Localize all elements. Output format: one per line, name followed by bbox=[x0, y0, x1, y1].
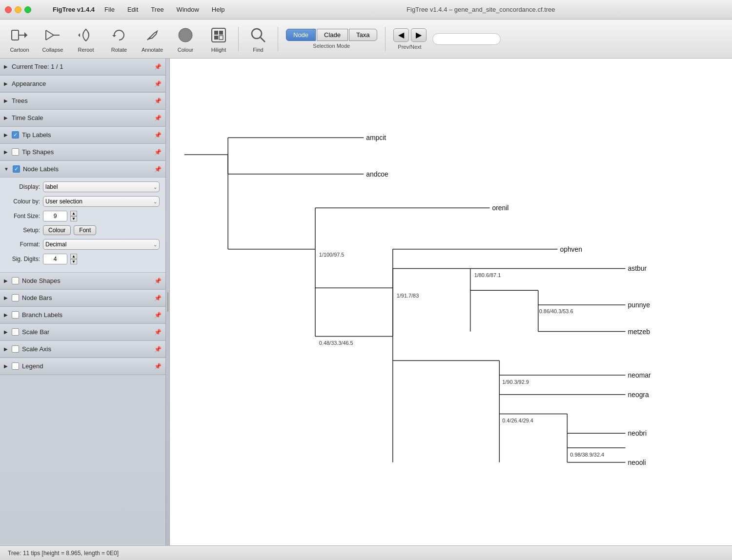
search-input[interactable] bbox=[432, 33, 501, 45]
find-button[interactable]: Find bbox=[243, 22, 274, 56]
collapse-button[interactable]: Collapse bbox=[37, 22, 68, 56]
font-size-row: Font Size: ▲ ▼ bbox=[6, 211, 160, 221]
close-button[interactable] bbox=[5, 6, 12, 13]
sidebar-item-node-shapes[interactable]: ▶ Node Shapes 📌 bbox=[0, 273, 165, 289]
svg-line-5 bbox=[46, 35, 54, 40]
colour-by-label: Colour by: bbox=[6, 198, 40, 205]
node-label-8: 0.98/38.9/32.4 bbox=[570, 452, 604, 458]
chevron-down-icon: ⌄ bbox=[153, 184, 157, 190]
arrow-icon: ▶ bbox=[4, 363, 8, 369]
node-bars-checkbox[interactable] bbox=[12, 294, 19, 301]
sidebar-item-trees[interactable]: ▶ Trees 📌 bbox=[0, 93, 165, 109]
display-row: Display: label ⌄ bbox=[6, 181, 160, 192]
svg-rect-12 bbox=[214, 31, 218, 35]
svg-rect-0 bbox=[12, 30, 19, 40]
sidebar-item-node-bars[interactable]: ▶ Node Bars 📌 bbox=[0, 290, 165, 306]
toolbar-separator-2 bbox=[278, 27, 278, 51]
sig-digits-label: Sig. Digits: bbox=[6, 256, 40, 262]
sidebar-section-branch-labels: ▶ Branch Labels 📌 bbox=[0, 307, 165, 324]
branch-labels-checkbox[interactable] bbox=[12, 311, 19, 319]
colour-by-select[interactable]: User selection ⌄ bbox=[43, 196, 160, 207]
maximize-button[interactable] bbox=[24, 6, 31, 13]
svg-marker-2 bbox=[24, 32, 27, 38]
rotate-button[interactable]: Rotate bbox=[103, 22, 135, 56]
menu-help[interactable]: Help bbox=[210, 5, 227, 14]
sidebar-item-tip-shapes[interactable]: ▶ Tip Shapes 📌 bbox=[0, 144, 165, 160]
sidebar-item-appearance[interactable]: ▶ Appearance 📌 bbox=[0, 76, 165, 92]
sel-clade-button[interactable]: Clade bbox=[317, 29, 348, 41]
sel-node-button[interactable]: Node bbox=[286, 29, 316, 41]
sidebar-item-scale-bar[interactable]: ▶ Scale Bar 📌 bbox=[0, 324, 165, 340]
sidebar-section-current-tree: ▶ Current Tree: 1 / 1 📌 bbox=[0, 59, 165, 76]
prev-button[interactable]: ◀ bbox=[393, 28, 409, 42]
menu-window[interactable]: Window bbox=[175, 5, 201, 14]
menu-tree[interactable]: Tree bbox=[149, 5, 165, 14]
annotate-button[interactable]: Annotate bbox=[137, 22, 168, 56]
scale-bar-label: Scale Bar bbox=[22, 328, 151, 336]
font-size-input[interactable] bbox=[43, 211, 67, 221]
tip-shapes-checkbox[interactable] bbox=[12, 148, 19, 156]
font-size-label: Font Size: bbox=[6, 213, 40, 220]
colour-button[interactable]: Colour bbox=[170, 22, 201, 56]
spin-up-button[interactable]: ▲ bbox=[70, 211, 77, 216]
menu-edit[interactable]: Edit bbox=[125, 5, 140, 14]
font-setup-button[interactable]: Font bbox=[74, 225, 96, 235]
tree-canvas[interactable]: ampcit andcoe orenil ophven astbur punny… bbox=[170, 59, 732, 545]
chevron-down-icon: ⌄ bbox=[153, 242, 157, 247]
sidebar-item-current-tree[interactable]: ▶ Current Tree: 1 / 1 📌 bbox=[0, 59, 165, 75]
find-icon bbox=[248, 25, 268, 45]
sidebar-item-scale-axis[interactable]: ▶ Scale Axis 📌 bbox=[0, 341, 165, 358]
sig-digits-spinner: ▲ ▼ bbox=[70, 254, 77, 264]
node-label-1: 1/100/97.5 bbox=[319, 252, 345, 258]
cartoon-icon bbox=[10, 25, 29, 45]
svg-line-17 bbox=[261, 38, 265, 42]
arrow-icon: ▶ bbox=[4, 346, 8, 352]
node-label-5: 0.48/33.3/46.5 bbox=[319, 340, 353, 346]
colour-by-value: User selection bbox=[45, 198, 82, 205]
spin-up-button[interactable]: ▲ bbox=[70, 254, 77, 259]
resize-handle[interactable] bbox=[166, 59, 170, 545]
current-tree-label: Current Tree: 1 / 1 bbox=[12, 63, 151, 70]
svg-marker-8 bbox=[112, 35, 116, 37]
taxon-punnye: punnye bbox=[628, 301, 650, 309]
tip-shapes-label: Tip Shapes bbox=[22, 148, 151, 156]
node-labels-checkbox[interactable]: ✓ bbox=[13, 165, 20, 173]
next-button[interactable]: ▶ bbox=[411, 28, 427, 42]
svg-rect-11 bbox=[212, 28, 225, 42]
pin-icon: 📌 bbox=[154, 132, 162, 139]
scale-bar-checkbox[interactable] bbox=[12, 328, 19, 336]
format-select[interactable]: Decimal ⌄ bbox=[43, 239, 160, 250]
colour-setup-button[interactable]: Colour bbox=[43, 225, 71, 235]
sig-digits-input[interactable] bbox=[43, 254, 67, 264]
status-text: Tree: 11 tips [height = 8.965, length = … bbox=[8, 550, 119, 557]
menu-file[interactable]: File bbox=[102, 5, 117, 14]
hilight-button[interactable]: Hilight bbox=[203, 22, 234, 56]
scale-axis-checkbox[interactable] bbox=[12, 345, 19, 353]
sidebar-item-node-labels[interactable]: ▼ ✓ Node Labels 📌 bbox=[0, 161, 165, 178]
sidebar-item-tip-labels[interactable]: ▶ ✓ Tip Labels 📌 bbox=[0, 127, 165, 143]
spin-down-button[interactable]: ▼ bbox=[70, 216, 77, 221]
sidebar-item-legend[interactable]: ▶ Legend 📌 bbox=[0, 358, 165, 375]
node-shapes-checkbox[interactable] bbox=[12, 277, 19, 284]
tip-labels-checkbox[interactable]: ✓ bbox=[12, 131, 19, 139]
spin-down-button[interactable]: ▼ bbox=[70, 259, 77, 264]
prev-next: ◀ ▶ Prev/Next bbox=[393, 28, 427, 50]
sidebar-item-time-scale[interactable]: ▶ Time Scale 📌 bbox=[0, 110, 165, 126]
arrow-icon: ▶ bbox=[4, 132, 8, 138]
minimize-button[interactable] bbox=[15, 6, 21, 13]
scale-axis-label: Scale Axis bbox=[22, 345, 151, 353]
sel-taxa-button[interactable]: Taxa bbox=[349, 29, 377, 41]
sidebar-section-scale-bar: ▶ Scale Bar 📌 bbox=[0, 324, 165, 341]
arrow-icon: ▶ bbox=[4, 115, 8, 120]
cartoon-button[interactable]: Cartoon bbox=[4, 22, 35, 56]
sidebar-item-branch-labels[interactable]: ▶ Branch Labels 📌 bbox=[0, 307, 165, 323]
reroot-button[interactable]: Reroot bbox=[70, 22, 102, 56]
display-select[interactable]: label ⌄ bbox=[43, 181, 160, 192]
legend-checkbox[interactable] bbox=[12, 362, 19, 370]
prev-next-label: Prev/Next bbox=[398, 44, 421, 50]
colour-icon bbox=[176, 25, 195, 45]
time-scale-label: Time Scale bbox=[12, 114, 151, 121]
colour-by-row: Colour by: User selection ⌄ bbox=[6, 196, 160, 207]
node-label-2: 1/91.7/83 bbox=[397, 293, 419, 299]
taxon-neooli: neooli bbox=[628, 459, 646, 466]
